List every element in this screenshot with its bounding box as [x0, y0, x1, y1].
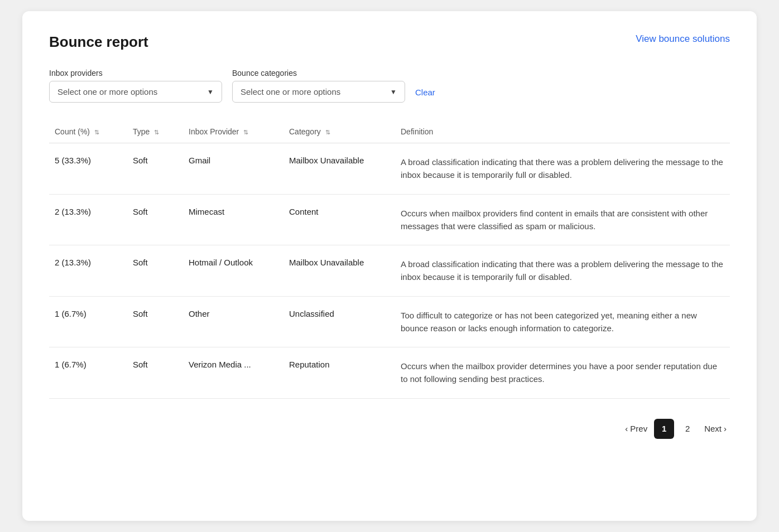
bounce-report-card: Bounce report View bounce solutions Inbo… [22, 11, 757, 521]
cell-definition-1: Occurs when mailbox providers find conte… [395, 194, 730, 245]
cell-type-3: Soft [127, 296, 183, 347]
page-title: Bounce report [49, 33, 148, 51]
inbox-providers-chevron-icon: ▼ [207, 88, 214, 96]
page-header: Bounce report View bounce solutions [49, 33, 730, 51]
filters-bar: Inbox providers Select one or more optio… [49, 69, 730, 103]
table-row: 5 (33.3%) Soft Gmail Mailbox Unavailable… [49, 143, 730, 195]
sort-icon-provider: ⇅ [243, 129, 248, 136]
cell-definition-0: A broad classification indicating that t… [395, 143, 730, 195]
cell-provider-1: Mimecast [183, 194, 283, 245]
bounce-table-container: Count (%) ⇅ Type ⇅ Inbox Provider ⇅ Cate… [49, 123, 730, 399]
bounce-table: Count (%) ⇅ Type ⇅ Inbox Provider ⇅ Cate… [49, 123, 730, 399]
col-header-definition: Definition [395, 123, 730, 143]
cell-provider-4: Verizon Media ... [183, 347, 283, 399]
bounce-categories-dropdown[interactable]: Select one or more options ▼ [232, 81, 405, 103]
cell-count-3: 1 (6.7%) [49, 296, 127, 347]
prev-label: Prev [630, 424, 647, 433]
cell-definition-2: A broad classification indicating that t… [395, 245, 730, 297]
cell-count-1: 2 (13.3%) [49, 194, 127, 245]
cell-type-4: Soft [127, 347, 183, 399]
col-header-category[interactable]: Category ⇅ [283, 123, 395, 143]
next-label: Next [704, 424, 722, 433]
inbox-providers-placeholder: Select one or more options [57, 87, 157, 96]
cell-count-2: 2 (13.3%) [49, 245, 127, 297]
prev-page-button[interactable]: ‹ Prev [622, 424, 651, 433]
bounce-categories-chevron-icon: ▼ [390, 88, 397, 96]
table-header-row: Count (%) ⇅ Type ⇅ Inbox Provider ⇅ Cate… [49, 123, 730, 143]
bounce-categories-filter-group: Bounce categories Select one or more opt… [232, 69, 405, 103]
cell-provider-3: Other [183, 296, 283, 347]
cell-provider-0: Gmail [183, 143, 283, 195]
cell-category-0: Mailbox Unavailable [283, 143, 395, 195]
cell-category-3: Unclassified [283, 296, 395, 347]
inbox-providers-filter-group: Inbox providers Select one or more optio… [49, 69, 222, 103]
cell-count-0: 5 (33.3%) [49, 143, 127, 195]
bounce-categories-placeholder: Select one or more options [241, 87, 340, 96]
col-header-type[interactable]: Type ⇅ [127, 123, 183, 143]
page-2-button[interactable]: 2 [677, 419, 698, 439]
prev-arrow-icon: ‹ [625, 424, 628, 433]
sort-icon-category: ⇅ [325, 129, 330, 136]
sort-icon-count: ⇅ [94, 129, 99, 136]
next-page-button[interactable]: Next › [701, 424, 730, 433]
cell-category-2: Mailbox Unavailable [283, 245, 395, 297]
sort-icon-type: ⇅ [154, 129, 159, 136]
bounce-categories-label: Bounce categories [232, 69, 405, 78]
cell-category-4: Reputation [283, 347, 395, 399]
cell-count-4: 1 (6.7%) [49, 347, 127, 399]
table-row: 1 (6.7%) Soft Other Unclassified Too dif… [49, 296, 730, 347]
cell-type-0: Soft [127, 143, 183, 195]
next-arrow-icon: › [724, 424, 727, 433]
cell-category-1: Content [283, 194, 395, 245]
col-header-provider[interactable]: Inbox Provider ⇅ [183, 123, 283, 143]
inbox-providers-label: Inbox providers [49, 69, 222, 78]
cell-definition-4: Occurs when the mailbox provider determi… [395, 347, 730, 399]
table-row: 2 (13.3%) Soft Mimecast Content Occurs w… [49, 194, 730, 245]
col-header-count[interactable]: Count (%) ⇅ [49, 123, 127, 143]
page-1-button[interactable]: 1 [654, 419, 674, 439]
table-row: 1 (6.7%) Soft Verizon Media ... Reputati… [49, 347, 730, 399]
cell-definition-3: Too difficult to categorize or has not b… [395, 296, 730, 347]
inbox-providers-dropdown[interactable]: Select one or more options ▼ [49, 81, 222, 103]
clear-filters-button[interactable]: Clear [415, 88, 435, 103]
pagination: ‹ Prev 1 2 Next › [49, 419, 730, 439]
cell-provider-2: Hotmail / Outlook [183, 245, 283, 297]
view-bounce-solutions-link[interactable]: View bounce solutions [636, 33, 730, 45]
table-row: 2 (13.3%) Soft Hotmail / Outlook Mailbox… [49, 245, 730, 297]
cell-type-2: Soft [127, 245, 183, 297]
cell-type-1: Soft [127, 194, 183, 245]
